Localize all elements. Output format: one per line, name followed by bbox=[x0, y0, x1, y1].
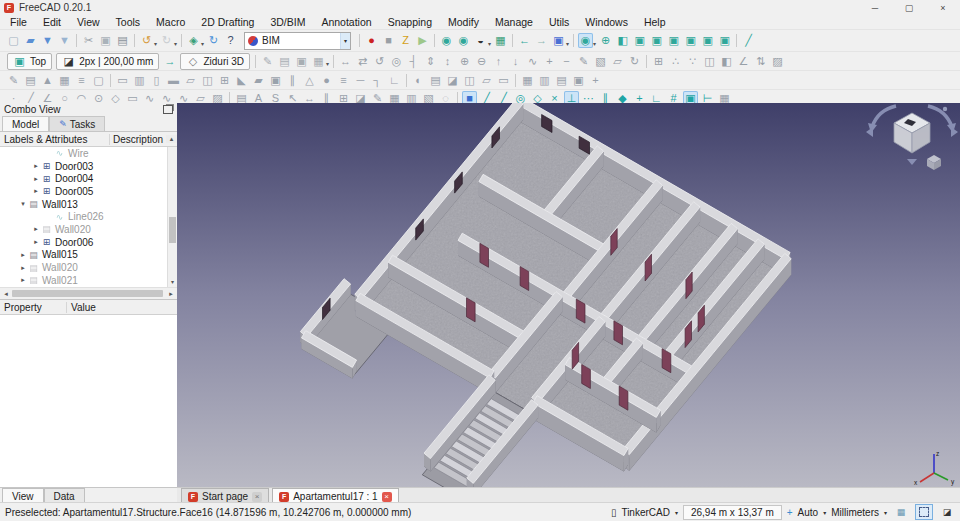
redo-icon[interactable]: ↻ bbox=[159, 33, 174, 48]
draft-mirror-icon[interactable]: ◧ bbox=[719, 54, 734, 69]
caret-down-icon[interactable]: ▾ bbox=[675, 509, 678, 516]
draft-join-icon[interactable]: ⊕ bbox=[457, 54, 472, 69]
refresh-icon[interactable]: ↻ bbox=[206, 33, 221, 48]
menu-help[interactable]: Help bbox=[636, 16, 674, 28]
draft-split-icon[interactable]: ⊖ bbox=[474, 54, 489, 69]
draft-clone-icon[interactable]: ◫ bbox=[702, 54, 717, 69]
whats-this-icon[interactable]: ? bbox=[223, 33, 238, 48]
bim-schedule-icon[interactable]: ▤ bbox=[428, 73, 443, 88]
macro-record-icon[interactable]: ● bbox=[364, 33, 379, 48]
close-tab-icon[interactable]: × bbox=[252, 492, 262, 502]
draft-add-point-icon[interactable]: + bbox=[542, 54, 557, 69]
close-icon[interactable]: × bbox=[926, 0, 960, 15]
maximize-icon[interactable]: ▢ bbox=[892, 0, 926, 15]
draft-wire-to-bspline-icon[interactable]: ∿ bbox=[525, 54, 540, 69]
tree-scroll-up-icon[interactable]: ▴ bbox=[166, 135, 177, 143]
view-front-icon[interactable]: ▣ bbox=[632, 33, 647, 48]
cut-icon[interactable]: ✂ bbox=[81, 33, 96, 48]
3d-scene[interactable]: zxy bbox=[177, 103, 960, 487]
bim-connector-icon[interactable]: ┐ bbox=[370, 73, 385, 88]
texture-mode-icon[interactable]: ▦ bbox=[493, 33, 508, 48]
expander-icon[interactable]: ▸ bbox=[31, 187, 41, 195]
selection-view-icon[interactable]: ◉ bbox=[439, 33, 454, 48]
draft-downgrade-icon[interactable]: ↓ bbox=[508, 54, 523, 69]
box-selection-icon[interactable]: ◉ bbox=[456, 33, 471, 48]
bim-roof-icon[interactable]: ◣ bbox=[234, 73, 249, 88]
bim-fence-icon[interactable]: ∥ bbox=[285, 73, 300, 88]
bim-ifc-explorer-icon[interactable]: ▦ bbox=[520, 73, 535, 88]
linked-object-nav-caret-icon[interactable]: ▾ bbox=[566, 40, 569, 47]
tree-item-door003[interactable]: ▸⊞Door003 bbox=[0, 160, 177, 173]
property-column-header[interactable]: Property bbox=[0, 302, 67, 313]
draft-remove-point-icon[interactable]: − bbox=[559, 54, 574, 69]
bim-section-plane-icon[interactable]: ◪ bbox=[445, 73, 460, 88]
draft-copy-icon[interactable]: ⇄ bbox=[355, 54, 370, 69]
tab-model[interactable]: Model bbox=[2, 116, 49, 131]
expander-icon[interactable]: ▸ bbox=[18, 251, 28, 259]
tree-vertical-scrollbar[interactable]: ▾ bbox=[167, 147, 177, 287]
menu-snapping[interactable]: Snapping bbox=[380, 16, 440, 28]
draft-offset-icon[interactable]: ◎ bbox=[389, 54, 404, 69]
tree-horizontal-scrollbar[interactable]: ◂ ▸ bbox=[0, 288, 177, 300]
menu-windows[interactable]: Windows bbox=[577, 16, 636, 28]
bim-wall-icon[interactable]: ▭ bbox=[115, 73, 130, 88]
bim-material-icon[interactable]: ◐ bbox=[411, 73, 426, 88]
tab-tasks[interactable]: ✎Tasks bbox=[49, 116, 105, 131]
bim-measure-icon[interactable]: ╱ bbox=[741, 33, 756, 48]
tree-item-wall013[interactable]: ▾▤Wall013 bbox=[0, 198, 177, 211]
render-quality-button[interactable]: ▦ bbox=[892, 504, 910, 520]
tree-vscroll-thumb[interactable] bbox=[169, 217, 176, 243]
draft-subelement-highlight-icon[interactable]: ▧ bbox=[593, 54, 608, 69]
file-new-icon[interactable]: ▢ bbox=[6, 33, 21, 48]
bim-site-icon[interactable]: ▲ bbox=[40, 73, 55, 88]
bim-equipment-icon[interactable]: ● bbox=[319, 73, 334, 88]
draft-autogroup-arrow-icon[interactable]: → bbox=[162, 54, 177, 69]
bim-slab-icon[interactable]: ▱ bbox=[183, 73, 198, 88]
active-layer-button[interactable]: ◇ Ziduri 3D bbox=[180, 53, 250, 70]
3d-viewport[interactable]: zxy bbox=[177, 103, 960, 487]
bim-rebar-icon[interactable]: ≡ bbox=[336, 73, 351, 88]
tab-data[interactable]: Data bbox=[44, 488, 85, 503]
draft-upgrade-icon[interactable]: ↑ bbox=[491, 54, 506, 69]
paste-icon[interactable]: ▤ bbox=[115, 33, 130, 48]
tree-item-line026[interactable]: ∿Line026 bbox=[0, 210, 177, 223]
expander-icon[interactable]: ▸ bbox=[31, 238, 41, 246]
bim-truss-icon[interactable]: △ bbox=[302, 73, 317, 88]
menu-modify[interactable]: Modify bbox=[440, 16, 487, 28]
file-open-icon[interactable]: ▰ bbox=[23, 33, 38, 48]
view-right-icon[interactable]: ▣ bbox=[666, 33, 681, 48]
menu-edit[interactable]: Edit bbox=[35, 16, 69, 28]
tree-item-wall015[interactable]: ▸▤Wall015 bbox=[0, 249, 177, 262]
bim-beam-icon[interactable]: ▬ bbox=[166, 73, 181, 88]
undo-caret-icon[interactable]: ▾ bbox=[154, 40, 157, 47]
bim-layer-manager-icon[interactable]: ▤ bbox=[554, 73, 569, 88]
bim-panel-icon[interactable]: ▰ bbox=[251, 73, 266, 88]
zoom-tool-caret-icon[interactable]: ▾ bbox=[593, 40, 596, 47]
tree-scroll-right-icon[interactable]: ▸ bbox=[165, 290, 177, 298]
draft-trimex-icon[interactable]: ┤ bbox=[406, 54, 421, 69]
menu-view[interactable]: View bbox=[69, 16, 108, 28]
bim-pipe-icon[interactable]: ─ bbox=[353, 73, 368, 88]
tree-item-wall021[interactable]: ▸▤Wall021 bbox=[0, 274, 177, 287]
bim-project-icon[interactable]: ▤ bbox=[23, 73, 38, 88]
expander-icon[interactable]: ▸ bbox=[31, 175, 41, 183]
tree-item-door005[interactable]: ▸⊞Door005 bbox=[0, 185, 177, 198]
tab-view[interactable]: View bbox=[2, 488, 44, 503]
redo-caret-icon[interactable]: ▾ bbox=[174, 40, 177, 47]
draft-to-sketch-icon[interactable]: ↻ bbox=[627, 54, 642, 69]
menu-manage[interactable]: Manage bbox=[487, 16, 541, 28]
tree-item-wire[interactable]: ∿Wire bbox=[0, 147, 177, 160]
draw-style-icon[interactable]: ◒ bbox=[473, 33, 488, 48]
expander-icon[interactable]: ▸ bbox=[18, 264, 28, 272]
bim-frame-icon[interactable]: ▣ bbox=[268, 73, 283, 88]
menu-utils[interactable]: Utils bbox=[541, 16, 577, 28]
draft-apply-style-icon[interactable]: ✎ bbox=[260, 54, 275, 69]
nav-forward-icon[interactable]: → bbox=[534, 33, 549, 48]
draft-array-icon[interactable]: ⊞ bbox=[651, 54, 666, 69]
view-rear-icon[interactable]: ▣ bbox=[683, 33, 698, 48]
minimize-icon[interactable]: ─ bbox=[858, 0, 892, 15]
draft-select-group-icon[interactable]: ▦ bbox=[311, 54, 326, 69]
bim-door-icon[interactable]: ◫ bbox=[200, 73, 215, 88]
menu-file[interactable]: File bbox=[2, 16, 35, 28]
tree-header-description[interactable]: Description bbox=[110, 134, 166, 145]
